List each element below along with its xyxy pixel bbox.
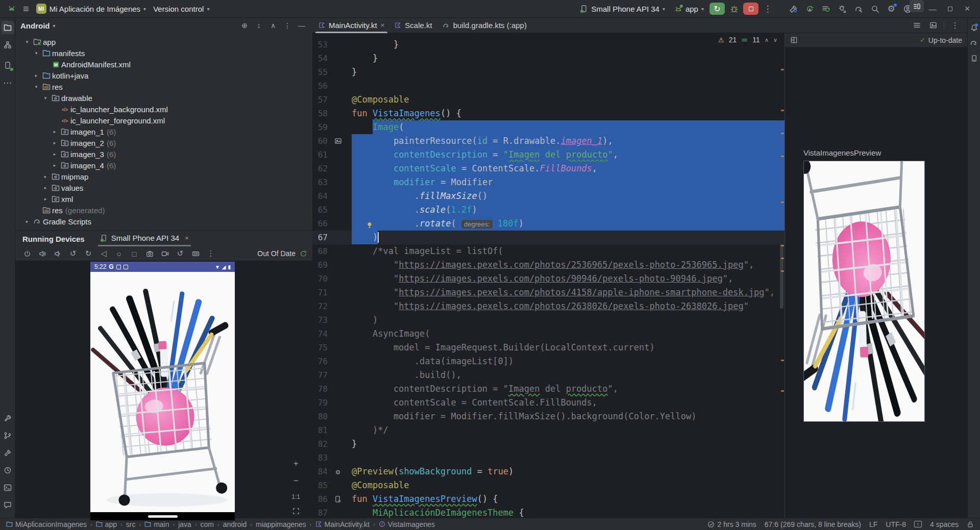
rerun-button[interactable]: ↻ (709, 3, 725, 15)
code-line-82[interactable]: 82} (312, 437, 785, 451)
chevron-collapsed-icon[interactable]: ▸ (50, 140, 59, 145)
zoom-out-button[interactable]: − (293, 476, 299, 486)
running-device-tab[interactable]: Small Phone API 34 × (98, 231, 191, 246)
terminal-toolwindow-button[interactable] (1, 481, 14, 494)
chevron-collapsed-icon[interactable]: ▸ (50, 129, 59, 134)
indent-warning-badge[interactable]: ! (914, 521, 922, 527)
screenshot-icon[interactable] (143, 247, 156, 260)
file-encoding[interactable]: UTF-8 (886, 520, 906, 528)
close-device-tab-icon[interactable]: × (185, 234, 189, 242)
code-view-icon[interactable] (910, 19, 924, 32)
volume-up-icon[interactable] (36, 247, 49, 260)
chevron-collapsed-icon[interactable]: ▸ (32, 73, 41, 78)
code-line-76[interactable]: 76 .data(imageList[0]) (312, 355, 785, 368)
gradle-toolwindow-button[interactable] (968, 37, 979, 48)
collapse-all-icon[interactable]: ∧ (267, 21, 279, 30)
design-view-icon[interactable] (926, 19, 940, 32)
emulator-app-content[interactable] (90, 272, 235, 512)
chevron-expanded-icon[interactable]: ▾ (22, 39, 32, 44)
structure-toolwindow-button[interactable] (1, 38, 14, 52)
running-devices-title[interactable]: Running Devices (22, 235, 85, 243)
back-icon[interactable]: ◁ (97, 247, 110, 260)
device-reset-icon[interactable]: ↺ (174, 247, 187, 260)
chevron-expanded-icon[interactable]: ▾ (32, 84, 41, 89)
zoom-reset-button[interactable]: 1:1 (291, 493, 300, 500)
fit-to-window-icon[interactable] (292, 508, 300, 516)
minimize-button[interactable]: — (924, 2, 941, 16)
code-line-54[interactable]: 54 } (312, 52, 785, 65)
version-control-widget[interactable]: Version control ▾ (150, 2, 213, 15)
chevron-expanded-icon[interactable]: ▾ (41, 95, 50, 100)
gradle-sync-icon[interactable] (851, 2, 866, 15)
preview-layout-icon[interactable] (790, 36, 798, 44)
code-line-58[interactable]: 58fun VistaImagenes() { (312, 107, 785, 120)
preview-composable-name[interactable]: VistaImagenesPreview (803, 148, 881, 157)
tree-item-androidmanifest-xml[interactable]: MAndroidManifest.xml (15, 59, 312, 70)
indent-setting[interactable]: 4 spaces (930, 520, 959, 528)
chevron-collapsed-icon[interactable]: ▸ (22, 219, 32, 224)
code-line-71[interactable]: 71 "https://images.pexels.com/photos/415… (312, 286, 785, 299)
breadcrumb-item[interactable]: app (96, 520, 117, 528)
breadcrumb-item[interactable]: fVistaImagenes (379, 520, 435, 528)
hide-panel-icon[interactable]: — (296, 21, 307, 30)
device-selector[interactable]: Small Phone API 34 ▾ (576, 2, 668, 15)
project-view-mode[interactable]: Android (20, 21, 50, 30)
search-everywhere-icon[interactable] (868, 2, 882, 15)
tree-item-imagen-2[interactable]: ▸imagen_2(6) (15, 137, 312, 148)
breadcrumb-item[interactable]: MainActivity.kt (315, 520, 370, 528)
tab-mainactivity[interactable]: MainActivity.kt × (313, 18, 389, 33)
code-line-55[interactable]: 55} (312, 65, 785, 79)
home-pill[interactable] (148, 515, 178, 518)
tree-item-values[interactable]: ▸values (15, 182, 312, 193)
code-line-75[interactable]: 75 model = ImageRequest.Builder(LocalCon… (312, 341, 785, 355)
history-toolwindow-button[interactable] (1, 464, 14, 477)
code-line-53[interactable]: 53 } (312, 38, 785, 52)
tree-item-drawable[interactable]: ▾drawable (15, 92, 312, 104)
more-run-actions-icon[interactable]: ⋮ (761, 2, 775, 15)
file-lock-icon[interactable] (967, 521, 974, 528)
rotate-left-icon[interactable]: ↺ (66, 247, 80, 260)
screen-record-icon[interactable] (158, 247, 172, 260)
emulator-more-icon[interactable]: ⋮ (204, 247, 217, 260)
tree-item-imagen-4[interactable]: ▸imagen_4(6) (15, 160, 312, 171)
breadcrumb-item[interactable]: miappimagenes (256, 520, 306, 528)
editor-options-icon[interactable]: ⋮ (948, 19, 962, 32)
maximize-button[interactable] (941, 2, 959, 16)
code-line-66[interactable]: 66 .rotate( degrees: 180f) (312, 217, 785, 231)
more-toolwindows-icon[interactable]: ⋯ (1, 76, 14, 89)
code-line-63[interactable]: 63 modifier = Modifier (312, 175, 785, 189)
tree-item-imagen-1[interactable]: ▸imagen_1(6) (15, 126, 312, 137)
tree-item-manifests[interactable]: ▾manifests (15, 47, 312, 59)
code-line-65[interactable]: 65 .scale(1.2f) (312, 203, 785, 217)
breadcrumb-item[interactable]: com (201, 520, 214, 528)
code-line-74[interactable]: 74 AsyncImage( (312, 327, 785, 341)
emulator-screen[interactable]: 5:22 G ▼ ◢ ▮ (90, 262, 235, 520)
chevron-collapsed-icon[interactable]: ▸ (41, 196, 50, 201)
breadcrumb-item[interactable]: src (126, 520, 136, 528)
zoom-in-button[interactable]: + (293, 459, 299, 469)
close-button[interactable]: × (959, 2, 976, 16)
code-line-77[interactable]: 77 .build(), (312, 368, 785, 382)
breadcrumb-item[interactable]: main (144, 520, 169, 528)
chevron-collapsed-icon[interactable]: ▸ (50, 152, 59, 157)
breadcrumb-item[interactable]: android (223, 520, 247, 528)
close-tab-icon[interactable]: × (381, 21, 385, 29)
notifications-button[interactable] (968, 22, 979, 33)
gear-gutter-icon[interactable]: ⚙ (332, 465, 344, 478)
running-devices-toolwindow-button[interactable] (1, 59, 14, 72)
code-line-56[interactable]: 56 (312, 79, 785, 93)
code-line-78[interactable]: 78 contentDescription = "Imagen del prod… (312, 382, 785, 396)
breadcrumb-item[interactable]: MiAplicacionImagenes (6, 520, 87, 528)
code-line-80[interactable]: 80 modifier = Modifier.fillMaxSize().bac… (312, 410, 785, 423)
tree-item-xml[interactable]: ▸xml (15, 193, 312, 205)
sync-refresh-icon[interactable] (300, 250, 307, 258)
tab-scale[interactable]: Scale.kt (389, 18, 437, 33)
vcs-toolwindow-button[interactable] (1, 429, 14, 442)
code-line-62[interactable]: 62 contentScale = ContentScale.FillBound… (312, 162, 785, 175)
home-icon[interactable]: ○ (112, 247, 126, 260)
preview-canvas[interactable]: VistaImagenesPreview (785, 47, 967, 518)
chevron-collapsed-icon[interactable]: ▸ (41, 185, 50, 190)
code-line-59[interactable]: 59 Image( (312, 120, 785, 134)
project-toolwindow-button[interactable] (1, 21, 14, 34)
preview-rendered-image[interactable] (803, 161, 925, 422)
